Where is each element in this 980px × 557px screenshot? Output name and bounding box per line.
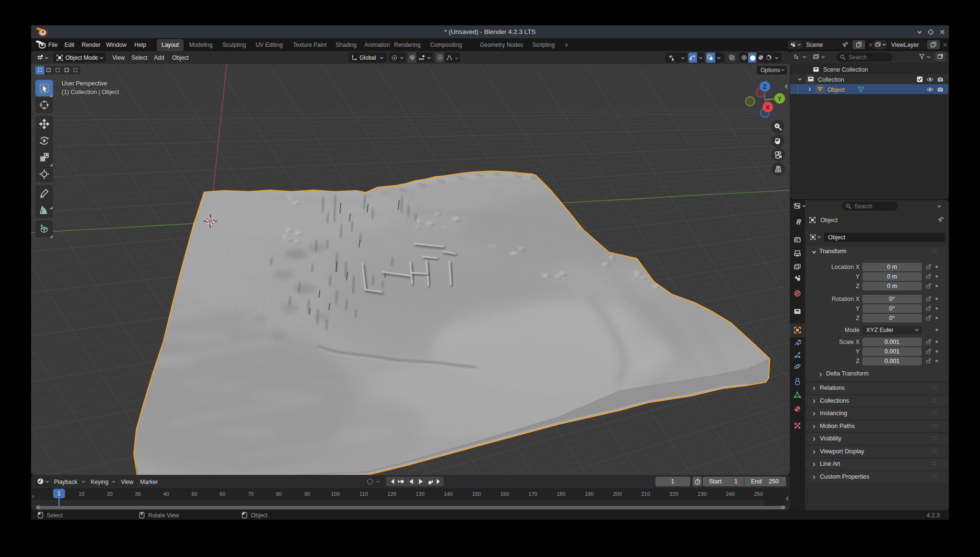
svg-text:X: X (766, 104, 770, 111)
svg-text:Z: Z (763, 84, 766, 90)
svg-text:Y: Y (778, 96, 782, 102)
